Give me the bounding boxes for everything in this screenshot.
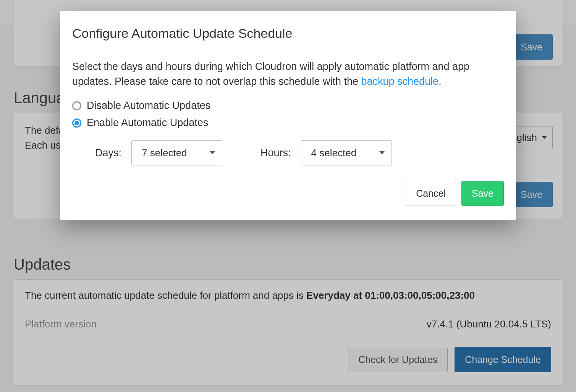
- radio-enable-label: Enable Automatic Updates: [87, 117, 208, 129]
- days-selected-value: 7 selected: [142, 147, 187, 159]
- radio-icon-checked: [72, 118, 81, 128]
- hours-selected-value: 4 selected: [311, 147, 357, 159]
- radio-enable-updates[interactable]: Enable Automatic Updates: [72, 117, 504, 129]
- update-schedule-modal: Configure Automatic Update Schedule Sele…: [60, 11, 516, 220]
- radio-icon: [72, 101, 81, 110]
- modal-overlay[interactable]: Configure Automatic Update Schedule Sele…: [0, 0, 576, 392]
- save-button[interactable]: Save: [461, 181, 504, 206]
- hours-label: Hours:: [260, 147, 291, 159]
- modal-description: Select the days and hours during which C…: [72, 59, 504, 89]
- chevron-down-icon: [379, 151, 385, 154]
- days-label: Days:: [95, 147, 121, 159]
- radio-disable-updates[interactable]: Disable Automatic Updates: [72, 100, 504, 112]
- modal-title: Configure Automatic Update Schedule: [72, 26, 504, 41]
- backup-schedule-link[interactable]: backup schedule: [361, 76, 438, 87]
- chevron-down-icon: [210, 151, 215, 154]
- hours-dropdown[interactable]: 4 selected: [301, 140, 392, 165]
- radio-disable-label: Disable Automatic Updates: [87, 100, 210, 112]
- cancel-button[interactable]: Cancel: [406, 181, 456, 206]
- days-dropdown[interactable]: 7 selected: [131, 140, 222, 165]
